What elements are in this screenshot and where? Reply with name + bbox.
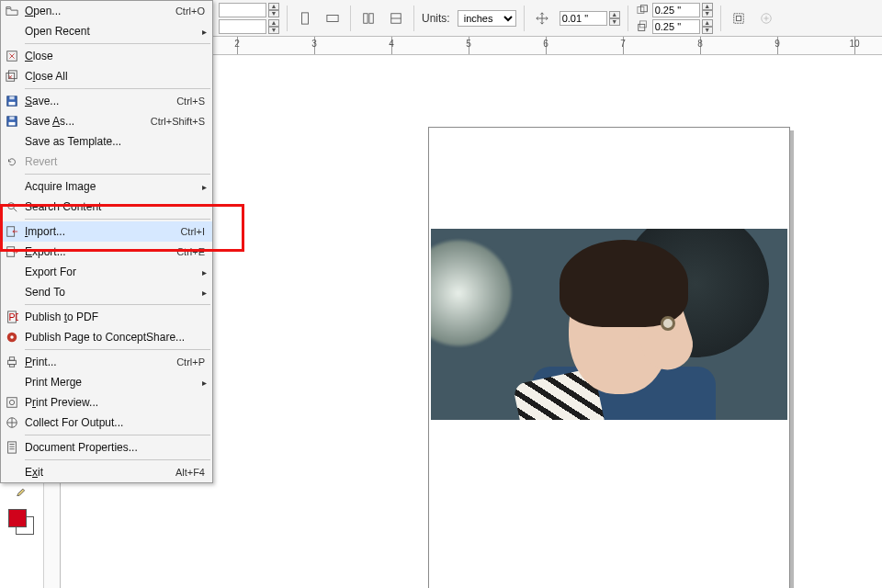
svg-point-33 (9, 400, 14, 404)
add-button[interactable] (756, 8, 776, 28)
svg-rect-35 (8, 442, 17, 453)
menu-item-exit[interactable]: ExitAlt+F4 (1, 462, 212, 482)
ruler-tick-label: 6 (543, 39, 548, 49)
submenu-arrow-icon: ▸ (202, 182, 207, 192)
svg-rect-21 (9, 117, 14, 120)
menu-item-print-merge[interactable]: Print Merge▸ (1, 372, 212, 392)
menu-item-label: Save as Template... (25, 135, 205, 148)
menu-separator (25, 174, 210, 175)
menu-item-open-recent[interactable]: Open Recent▸ (1, 21, 212, 41)
menu-item-print[interactable]: Print...Ctrl+P (1, 352, 212, 372)
menu-item-save[interactable]: Save...Ctrl+S (1, 91, 212, 111)
separator (524, 6, 525, 31)
document-page[interactable] (428, 127, 790, 588)
blank-icon (5, 134, 19, 149)
page-layout-icon[interactable] (358, 8, 379, 28)
submenu-arrow-icon: ▸ (202, 378, 207, 388)
nudge-spinner[interactable]: ▲▼ (609, 11, 620, 26)
separator (350, 6, 351, 31)
ruler-tick-label: 5 (466, 39, 471, 49)
ruler-tick-label: 4 (389, 39, 394, 49)
nudge-icon (532, 8, 552, 28)
svg-point-28 (10, 335, 14, 339)
svg-rect-1 (327, 15, 338, 21)
pos-y-input[interactable] (219, 19, 266, 34)
menu-item-label: Publish Page to ConceptShare... (25, 331, 205, 344)
revert-icon (5, 154, 19, 169)
units-select[interactable]: inches (458, 10, 516, 27)
blank-icon (5, 265, 19, 279)
menu-item-close-all[interactable]: Close All (1, 66, 212, 86)
menu-item-label: Import... (25, 225, 180, 238)
ruler-tick-label: 8 (697, 39, 703, 49)
import-icon (5, 224, 19, 239)
menu-item-export-for[interactable]: Export For▸ (1, 262, 212, 282)
placed-image[interactable] (431, 229, 787, 420)
menu-item-label: Document Properties... (25, 441, 205, 454)
export-icon (5, 244, 19, 259)
collect-icon (5, 415, 19, 430)
svg-rect-30 (9, 357, 14, 361)
svg-rect-31 (9, 365, 14, 368)
menu-item-publish-concept[interactable]: Publish Page to ConceptShare... (1, 327, 212, 347)
blank-icon (5, 375, 19, 390)
separator (720, 6, 721, 31)
fill-outline-swatches[interactable] (8, 509, 36, 537)
menu-item-save-as[interactable]: Save As...Ctrl+Shift+S (1, 111, 212, 131)
menu-item-import[interactable]: Import...Ctrl+I (1, 221, 212, 242)
menu-separator (25, 43, 210, 44)
menu-item-collect[interactable]: Collect For Output... (1, 413, 212, 433)
menu-item-shortcut: Ctrl+Shift+S (151, 116, 205, 127)
menu-item-search-content[interactable]: Search Content (1, 197, 212, 217)
menu-item-send-to[interactable]: Send To▸ (1, 282, 212, 302)
menu-item-shortcut: Ctrl+P (176, 356, 205, 368)
dup-y-icon (636, 19, 650, 34)
dup-y-spinner[interactable]: ▲▼ (702, 19, 713, 34)
menu-item-shortcut: Ctrl+S (176, 96, 205, 107)
menu-item-label: Exit (25, 466, 175, 479)
portrait-orientation-button[interactable] (295, 8, 315, 28)
submenu-arrow-icon: ▸ (202, 267, 207, 277)
menu-item-export[interactable]: Export...Ctrl+E (1, 242, 212, 262)
menu-item-label: Export... (25, 245, 176, 258)
menu-separator (25, 349, 210, 350)
ruler-tick-label: 7 (620, 39, 626, 49)
menu-item-label: Publish to PDF (25, 311, 205, 323)
menu-separator (25, 459, 210, 460)
page-layout-alt-icon[interactable] (386, 8, 406, 28)
menu-item-label: Print... (25, 356, 176, 368)
menu-item-print-preview[interactable]: Print Preview... (1, 392, 212, 413)
preview-icon (5, 395, 19, 410)
ruler-tick-label: 3 (311, 39, 317, 49)
position-xy-group: ▲▼ ▲▼ (219, 3, 279, 34)
separator (287, 6, 288, 31)
svg-point-22 (8, 203, 15, 209)
svg-rect-20 (9, 122, 16, 126)
menu-item-publish-pdf[interactable]: PDFPublish to PDF (1, 307, 212, 327)
props-icon (5, 440, 19, 455)
menu-item-shortcut: Ctrl+O (175, 6, 205, 17)
blank-icon (5, 179, 19, 194)
pos-x-input[interactable] (219, 3, 266, 17)
dup-x-spinner[interactable]: ▲▼ (702, 3, 713, 17)
menu-item-doc-props[interactable]: Document Properties... (1, 437, 212, 458)
dup-x-input[interactable] (652, 3, 700, 17)
menu-item-open[interactable]: Open...Ctrl+O (1, 1, 212, 21)
landscape-orientation-button[interactable] (322, 8, 343, 28)
blank-icon (5, 465, 19, 480)
treat-as-filled-button[interactable] (729, 8, 749, 28)
menu-item-save-template[interactable]: Save as Template... (1, 131, 212, 152)
folder-open-icon (5, 4, 19, 18)
nudge-distance-input[interactable] (560, 11, 607, 26)
menu-item-close[interactable]: Close (1, 46, 212, 66)
search-icon (5, 199, 19, 214)
separator (413, 6, 414, 31)
pos-x-spinner[interactable]: ▲▼ (268, 3, 279, 17)
menu-item-label: Export For (25, 266, 205, 278)
menu-item-acquire[interactable]: Acquire Image▸ (1, 176, 212, 197)
pos-y-spinner[interactable]: ▲▼ (268, 19, 279, 34)
menu-item-label: Revert (25, 155, 205, 168)
dup-y-input[interactable] (652, 19, 700, 34)
menu-item-label: Search Content (25, 200, 205, 213)
submenu-arrow-icon: ▸ (202, 288, 207, 298)
